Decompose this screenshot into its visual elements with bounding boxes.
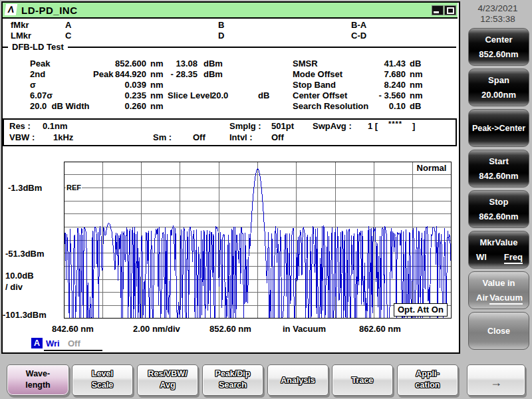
softkey-center[interactable]: Center 852.60nm [468, 28, 529, 66]
y-axis-ref-level: -1.3dBm [8, 183, 42, 193]
softkey-value-in[interactable]: Value in Air Vacuum [468, 271, 529, 309]
smoothing-label: Sm : [153, 132, 172, 142]
res-value: 0.1nm [43, 121, 68, 131]
swpavg-label: SwpAvg : [313, 121, 352, 131]
swpavg-value: 1 [ [368, 121, 378, 131]
menu-button-level-scale[interactable]: Level Scale [72, 364, 133, 396]
x-axis-center: 852.60 nm [209, 324, 251, 334]
menu-label: Analysis [268, 376, 328, 385]
spectrum-plot [64, 162, 452, 319]
sampling-label: Smplg : [229, 121, 261, 131]
softkey-label: Center [469, 35, 529, 45]
softkey-value: 20.00nm [469, 90, 529, 100]
x-axis-start: 842.60 nm [52, 324, 94, 334]
trace-mode-label: Normal [414, 163, 450, 173]
result-label: SMSR [293, 59, 318, 68]
result-value: - 3.560 [359, 90, 406, 100]
interval-value: Off [271, 132, 284, 142]
softkey-value: 862.60nm [469, 211, 529, 221]
softkey-peak-to-center[interactable]: Peak->Center [468, 109, 529, 147]
system-time: 12:53:38 [466, 14, 530, 24]
menu-button-application[interactable]: Appli- cation [397, 364, 458, 396]
swpavg-bracket: ] [412, 121, 415, 131]
y-axis-mid-level: -51.3dBm [5, 249, 45, 259]
x-axis-stop: 862.60 nm [359, 324, 401, 334]
result-value: 0.039 [80, 80, 146, 90]
section-rule [3, 47, 456, 48]
result-label: Search Resolution [293, 101, 368, 111]
softkey-start[interactable]: Start 842.60nm [468, 150, 529, 188]
more-arrow-icon: → [467, 376, 525, 390]
softkey-label: Stop [469, 197, 529, 207]
menu-label: Appli- [398, 369, 458, 378]
menu-button-peak-dip-search[interactable]: Peak/Dip Search [202, 364, 263, 396]
softkey-close[interactable]: Close [468, 312, 529, 350]
fmkr-b: B [218, 20, 224, 30]
menu-label: Res/VBW/ [138, 369, 198, 378]
result-unit: nm [150, 80, 164, 90]
result-unit: dB [410, 101, 421, 111]
trace-display-state[interactable]: Off [68, 338, 80, 348]
marker-value-wl-option[interactable]: Wl [476, 252, 487, 264]
result-value: 8.240 [359, 80, 406, 90]
section-title: DFB-LD Test [8, 42, 68, 52]
softkey-label: Start [469, 156, 529, 166]
menu-button-trace[interactable]: Trace [332, 364, 393, 396]
result-label: Center Offset [293, 90, 347, 100]
result-value: 0.235 [80, 90, 146, 100]
maximize-button[interactable] [444, 5, 456, 15]
softkey-label: Span [469, 75, 529, 85]
result-value: 0.10 [359, 101, 406, 111]
menu-button-res-vbw-avg[interactable]: Res/VBW/ Avg [137, 364, 198, 396]
result-unit: dB [258, 90, 269, 100]
value-in-vacuum-option[interactable]: Vacuum [489, 293, 523, 305]
window-title: LD-PD_INC [21, 5, 78, 16]
fmkr-a: A [65, 20, 71, 30]
minimize-button[interactable] [432, 5, 444, 15]
softkey-label: Peak->Center [469, 124, 529, 133]
softkey-span[interactable]: Span 20.00nm [468, 68, 529, 106]
result-value: 13.08 [160, 59, 198, 68]
lmkr-c-d: C-D [351, 31, 366, 41]
menu-button-wavelength[interactable]: Wave- length [7, 364, 69, 396]
smoothing-value: Off [193, 132, 205, 142]
result-value: 0.260 [80, 101, 146, 111]
result-unit: nm [410, 80, 423, 90]
menu-button-analysis[interactable]: Analysis [267, 364, 329, 396]
menu-label: Scale [72, 380, 132, 390]
result-label: Mode Offset [293, 69, 342, 79]
softkey-label: Value in [469, 278, 529, 288]
trace-status-underline [44, 350, 102, 351]
result-unit: nm [410, 69, 423, 79]
result-value: 7.680 [359, 69, 406, 79]
result-unit: nm [150, 90, 164, 100]
result-value: 41.43 [359, 59, 406, 68]
result-label: Stop Band [293, 80, 336, 90]
trace-write-mode[interactable]: Wri [46, 338, 60, 348]
menu-button-more[interactable]: → [467, 364, 525, 396]
value-in-air-option[interactable]: Air [476, 293, 488, 305]
vbw-value: 1kHz [53, 132, 73, 142]
menu-label: cation [398, 380, 458, 390]
system-date: 4/23/2021 [466, 3, 530, 13]
result-value: 844.920 [80, 69, 146, 79]
softkey-label: Close [469, 327, 529, 336]
fmkr-label: fMkr [11, 20, 29, 30]
result-unit: dB [410, 59, 421, 68]
result-label: Peak [30, 59, 50, 68]
softkey-stop[interactable]: Stop 862.60nm [468, 190, 529, 228]
lmkr-d: D [218, 31, 224, 41]
result-value: 20.0 [211, 90, 228, 100]
interval-label: Intvl : [229, 132, 253, 142]
result-label: 6.07σ [30, 90, 53, 100]
marker-value-freq-option[interactable]: Freq [504, 252, 523, 264]
y-axis-scale: 10.0dB [5, 271, 34, 281]
softkey-label: MkrValue [469, 237, 529, 247]
res-label: Res : [9, 121, 31, 131]
result-unit: nm [410, 90, 423, 100]
softkey-marker-value[interactable]: MkrValue Wl Freq [468, 231, 529, 269]
lmkr-label: LMkr [11, 31, 31, 41]
x-axis-scale-per-div: 2.00 nm/div [133, 324, 180, 334]
result-value: - 28.35 [160, 69, 198, 79]
active-trace-badge[interactable]: A [31, 338, 43, 348]
